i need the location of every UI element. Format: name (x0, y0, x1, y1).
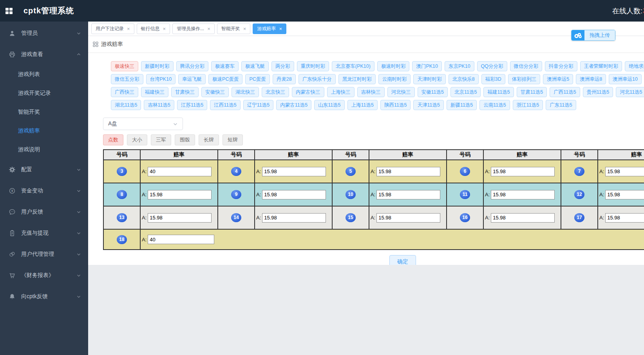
close-icon[interactable]: × (207, 26, 210, 31)
game-button[interactable]: 福建11选5 (483, 87, 514, 97)
game-button[interactable]: 云南时时彩 (378, 74, 411, 84)
game-button[interactable]: 陕西11选5 (380, 100, 411, 110)
game-button[interactable]: 辽宁11选5 (243, 100, 273, 110)
game-button[interactable]: 上海11选5 (347, 100, 378, 110)
odds-input[interactable] (148, 235, 214, 244)
game-button[interactable]: 浙江11选5 (513, 100, 543, 110)
sidebar-subitem[interactable]: 游戏列表 (0, 65, 88, 84)
game-button[interactable]: 广东快乐十分 (298, 74, 336, 84)
game-button[interactable]: 极速赛车 (211, 61, 239, 71)
sidebar-item-gear[interactable]: 配置 (0, 159, 88, 180)
sidebar-item-cart[interactable]: 《财务报表》 (0, 265, 88, 286)
confirm-button[interactable]: 确定 (389, 255, 416, 265)
game-button[interactable]: 安徽11选5 (418, 87, 448, 97)
filter-button[interactable]: 大小 (127, 134, 147, 145)
filter-button[interactable]: 短牌 (223, 134, 243, 145)
game-button[interactable]: 天津11选5 (413, 100, 443, 110)
filter-button[interactable]: 围骰 (175, 134, 195, 145)
odds-input[interactable] (148, 190, 212, 199)
game-button[interactable]: 微信分分彩 (510, 61, 543, 71)
game-button[interactable]: QQ分分彩 (477, 61, 507, 71)
sidebar-item-recharge[interactable]: 充值与提现 (0, 223, 88, 244)
odds-input[interactable] (491, 190, 555, 199)
game-button[interactable]: 北京快乐8 (449, 74, 479, 84)
sidebar-item-agent[interactable]: 用户代理管理 (0, 244, 88, 265)
game-button[interactable]: 澳洲幸运5 (543, 74, 573, 84)
sidebar-subitem[interactable]: 智能开奖 (0, 103, 88, 121)
game-button[interactable]: 吉林11选5 (144, 100, 174, 110)
panel-select[interactable]: A盘 (103, 118, 183, 130)
game-button[interactable]: 澳洲幸运10 (609, 74, 642, 84)
game-button[interactable]: 抖音分分彩 (545, 61, 577, 71)
game-button[interactable]: 新疆时时彩 (141, 61, 174, 71)
game-button[interactable]: 广西11选5 (550, 87, 580, 97)
game-button[interactable]: 云南11选5 (479, 100, 510, 110)
game-button[interactable]: 体彩排列三 (508, 74, 541, 84)
odds-input[interactable] (605, 167, 644, 176)
game-button[interactable]: 澳门PK10 (412, 61, 442, 71)
game-button[interactable]: 极速快三 (111, 61, 138, 71)
game-button[interactable]: 内蒙古11选5 (276, 100, 311, 110)
game-button[interactable]: 极速时时彩 (377, 61, 410, 71)
game-button[interactable]: 天津时时彩 (413, 74, 446, 84)
game-button[interactable]: 上海快三 (327, 87, 355, 97)
game-button[interactable]: PC蛋蛋 (245, 74, 270, 84)
game-button[interactable]: 内蒙古快三 (292, 87, 324, 97)
game-button[interactable]: 丹麦28 (273, 74, 296, 84)
game-button[interactable]: 江苏11选5 (177, 100, 207, 110)
game-button[interactable]: 河北11选5 (616, 87, 644, 97)
game-button[interactable]: 黑龙江时时彩 (338, 74, 376, 84)
close-icon[interactable]: × (127, 26, 130, 31)
game-button[interactable]: 河北快三 (387, 87, 415, 97)
sidebar-item-feedback[interactable]: 用户反馈 (0, 201, 88, 223)
game-button[interactable]: 安徽快三 (201, 87, 229, 97)
odds-input[interactable] (376, 213, 440, 223)
tab[interactable]: 智能开奖× (217, 24, 251, 34)
game-button[interactable]: 重庆时时彩 (297, 61, 329, 71)
game-button[interactable]: 贵州11选5 (583, 87, 613, 97)
sidebar-subitem[interactable]: 游戏开奖记录 (0, 84, 88, 103)
game-button[interactable]: 湖北快三 (232, 87, 259, 97)
game-button[interactable]: 福彩3D (481, 74, 505, 84)
odds-input[interactable] (491, 213, 555, 223)
drag-upload-button[interactable]: 拖拽上传 (571, 30, 615, 41)
game-button[interactable]: 山东11选5 (314, 100, 344, 110)
game-button[interactable]: 甘肃快三 (171, 87, 199, 97)
tab[interactable]: 银行信息× (137, 24, 170, 34)
game-button[interactable]: 福建快三 (141, 87, 168, 97)
game-button[interactable]: 极速PC蛋蛋 (208, 74, 242, 84)
close-icon[interactable]: × (243, 26, 246, 31)
game-button[interactable]: 王者荣耀时时彩 (580, 61, 622, 71)
game-button[interactable]: 新疆11选5 (447, 100, 477, 110)
sidebar-subitem[interactable]: 游戏赔率 (0, 121, 88, 140)
filter-button[interactable]: 三军 (151, 134, 171, 145)
game-button[interactable]: 东京PK10 (445, 61, 474, 71)
game-button[interactable]: 广东11选5 (546, 100, 576, 110)
odds-input[interactable] (605, 213, 644, 223)
game-button[interactable]: 吉林快三 (357, 87, 385, 97)
odds-input[interactable] (262, 190, 326, 199)
sidebar-item-money[interactable]: ¥资金变动 (0, 180, 88, 201)
sidebar-item-bell[interactable]: 向cptk反馈 (0, 286, 88, 307)
sidebar-item-game-view[interactable]: 游戏查看 (0, 44, 88, 65)
filter-button[interactable]: 点数 (103, 134, 123, 145)
game-button[interactable]: 幸运飞艇 (178, 74, 206, 84)
game-button[interactable]: 江西11选5 (210, 100, 240, 110)
odds-input[interactable] (148, 167, 212, 176)
game-button[interactable]: 澳洲幸运8 (576, 74, 606, 84)
tab[interactable]: 游戏赔率× (253, 24, 286, 34)
close-icon[interactable]: × (163, 26, 166, 31)
odds-input[interactable] (376, 190, 440, 199)
close-icon[interactable]: × (279, 26, 282, 31)
game-button[interactable]: 湖北11选5 (111, 100, 141, 110)
odds-input[interactable] (491, 167, 555, 176)
odds-input[interactable] (376, 167, 440, 176)
game-button[interactable]: 两分彩 (271, 61, 294, 71)
game-button[interactable]: 极速飞艇 (241, 61, 269, 71)
game-button[interactable]: 腾讯分分彩 (176, 61, 209, 71)
game-button[interactable]: 广西快三 (111, 87, 138, 97)
odds-input[interactable] (148, 213, 212, 223)
app-grid-icon[interactable] (5, 7, 13, 15)
odds-input[interactable] (262, 167, 326, 176)
game-button[interactable]: 绝地求生时时彩 (625, 61, 644, 71)
